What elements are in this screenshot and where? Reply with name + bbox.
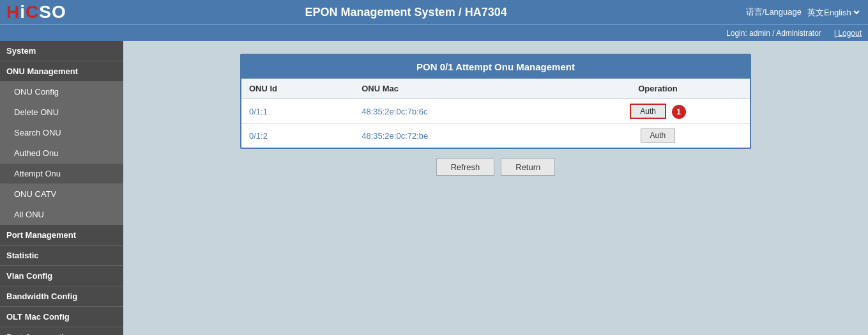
sidebar-item-onu-config[interactable]: ONU Config [0,82,123,102]
header-lang: 语言/Language 英文English [746,6,862,18]
cell-onu-id-1: 0/1:1 [241,99,354,124]
cell-onu-id-2: 0/1:2 [241,124,354,148]
cell-operation-2: Auth [566,124,750,148]
refresh-button[interactable]: Refresh [436,159,495,176]
onu-table-container: PON 0/1 Attempt Onu Management ONU Id ON… [240,54,751,149]
table-header-row: ONU Id ONU Mac Operation [241,79,750,99]
sidebar-item-system[interactable]: System [0,41,123,61]
sidebar: System ONU Management ONU Config Delete … [0,41,123,335]
return-button[interactable]: Return [501,159,555,176]
content-area: PON 0/1 Attempt Onu Management ONU Id ON… [123,41,868,335]
logout-button[interactable]: | Logout [834,29,862,38]
cell-onu-mac-1: 48:35:2e:0c:7b:6c [354,99,566,124]
sidebar-item-attempt-onu[interactable]: Attempt Onu [0,164,123,184]
login-info: Login: admin / Administrator [726,29,821,38]
sidebar-item-port-management[interactable]: Port Management [0,225,123,245]
lang-label: 语言/Language [746,6,802,18]
sidebar-item-authed-onu[interactable]: Authed Onu [0,143,123,164]
sidebar-item-vlan-config[interactable]: Vlan Config [0,266,123,286]
col-operation: Operation [566,79,750,99]
auth-button-2[interactable]: Auth [641,129,676,143]
header-title: EPON Management System / HA7304 [66,6,746,19]
table-row: 0/1:2 48:35:2e:0c:72:be Auth [241,124,750,148]
sidebar-item-port-aggregation[interactable]: Port Aggregation [0,327,123,335]
table-row: 0/1:1 48:35:2e:0c:7b:6c Auth 1 [241,99,750,124]
logo: HiCSO [6,2,66,22]
header-top: HiCSO EPON Management System / HA7304 语言… [0,0,868,24]
badge-1: 1 [672,105,686,119]
onu-table: ONU Id ONU Mac Operation 0/1:1 48:35:2e:… [241,79,750,148]
sidebar-item-onu-catv[interactable]: ONU CATV [0,184,123,205]
sidebar-item-all-onu[interactable]: All ONU [0,205,123,225]
sidebar-item-olt-mac-config[interactable]: OLT Mac Config [0,307,123,327]
sidebar-item-onu-management[interactable]: ONU Management [0,61,123,82]
header-bottom: Login: admin / Administrator | Logout [0,24,868,41]
main-layout: System ONU Management ONU Config Delete … [0,41,868,335]
col-onu-id: ONU Id [241,79,354,99]
auth-button-1[interactable]: Auth [630,104,666,119]
logo-text: HiCSO [6,2,66,22]
col-onu-mac: ONU Mac [354,79,566,99]
cell-operation-1: Auth 1 [566,99,750,124]
sidebar-item-bandwidth-config[interactable]: Bandwidth Config [0,286,123,307]
sidebar-item-statistic[interactable]: Statistic [0,245,123,266]
cell-onu-mac-2: 48:35:2e:0c:72:be [354,124,566,148]
sidebar-item-search-onu[interactable]: Search ONU [0,123,123,143]
button-row: Refresh Return [136,149,855,179]
sidebar-item-delete-onu[interactable]: Delete ONU [0,102,123,123]
table-title: PON 0/1 Attempt Onu Management [241,55,750,79]
lang-select[interactable]: 英文English [805,7,862,18]
